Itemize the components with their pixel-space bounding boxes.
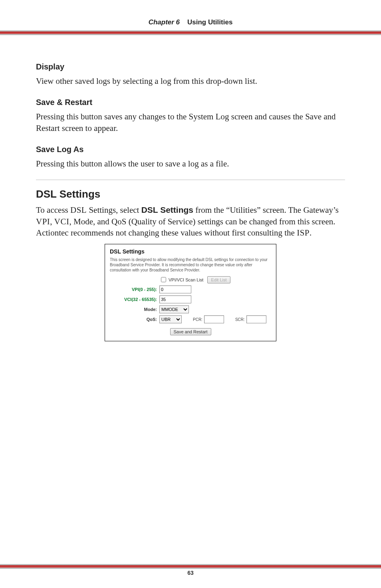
pcr-label: PCR: <box>193 317 202 322</box>
header-rule <box>0 30 381 35</box>
page-header: Chapter 6 Using Utilities <box>0 0 381 26</box>
mode-select[interactable]: MMODE <box>159 305 189 313</box>
heading-display: Display <box>36 62 345 71</box>
body-save-restart: Pressing this button saves any changes t… <box>36 111 345 134</box>
heading-save-log-as: Save Log As <box>36 145 345 154</box>
qos-label: QoS: <box>110 317 159 322</box>
vpi-vci-scanlist-label: VPI/VCI Scan List <box>169 277 203 282</box>
body-dsl-settings: To access DSL Settings, select DSL Setti… <box>36 204 345 238</box>
vci-input[interactable] <box>159 295 191 303</box>
body-save-log-as: Pressing this button allows the user to … <box>36 158 345 169</box>
vpi-vci-scanlist-checkbox[interactable] <box>161 277 166 282</box>
save-and-restart-button[interactable]: Save and Restart <box>170 328 211 335</box>
body-display: View other saved logs by selecting a log… <box>36 75 345 87</box>
pcr-input[interactable] <box>204 315 224 323</box>
mode-label: Mode: <box>110 307 159 312</box>
footer-rule <box>0 564 381 569</box>
scr-label: SCR: <box>235 317 245 322</box>
heading-dsl-settings: DSL Settings <box>36 188 345 200</box>
panel-title: DSL Settings <box>110 248 271 255</box>
chapter-title: Using Utilities <box>187 18 232 26</box>
panel-description: This screen is designed to allow modifyi… <box>110 257 271 273</box>
vci-label: VCI(32 - 65535): <box>110 297 159 302</box>
scr-input[interactable] <box>246 315 266 323</box>
vpi-label: VPI(0 - 255): <box>110 287 159 292</box>
section-divider <box>36 180 345 180</box>
chapter-label: Chapter 6 <box>149 18 180 26</box>
qos-select[interactable]: UBR <box>159 315 182 323</box>
edit-list-button[interactable]: Edit List <box>207 276 230 283</box>
heading-save-restart: Save & Restart <box>36 98 345 107</box>
page-number: 63 <box>0 570 381 576</box>
vpi-input[interactable] <box>159 285 191 293</box>
dsl-settings-panel: DSL Settings This screen is designed to … <box>105 244 276 341</box>
